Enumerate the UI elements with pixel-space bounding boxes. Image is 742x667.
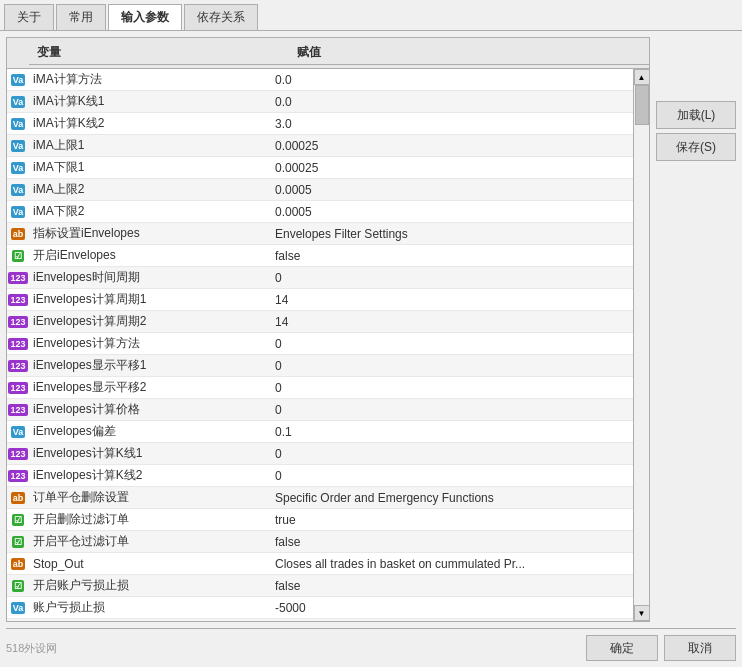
row-type-icon: Va (7, 73, 29, 87)
row-type-icon: Va (7, 601, 29, 615)
row-variable-name: iEnvelopes显示平移1 (29, 357, 267, 374)
row-type-icon: ☑ (7, 579, 29, 593)
row-variable-value: 14 (267, 293, 633, 307)
row-type-icon: ☑ (7, 249, 29, 263)
row-variable-name: iEnvelopes计算周期2 (29, 313, 267, 330)
table-header: 变量 赋值 (7, 38, 649, 69)
params-table: 变量 赋值 VaiMA计算方法0.0VaiMA计算K线10.0VaiMA计算K线… (6, 37, 650, 622)
row-variable-value: 14 (267, 315, 633, 329)
table-body: VaiMA计算方法0.0VaiMA计算K线10.0VaiMA计算K线23.0Va… (7, 69, 633, 621)
row-variable-name: iEnvelopes显示平移2 (29, 379, 267, 396)
scroll-down-arrow[interactable]: ▼ (634, 605, 650, 621)
watermark-text: 518外设网 (6, 641, 580, 656)
row-variable-value: 0.0005 (267, 183, 633, 197)
row-variable-value: 0.0005 (267, 205, 633, 219)
row-variable-name: iMA下限1 (29, 159, 267, 176)
row-type-icon: Va (7, 183, 29, 197)
row-variable-value: 0 (267, 359, 633, 373)
table-row[interactable]: VaiMA下限20.0005 (7, 201, 633, 223)
scroll-thumb[interactable] (635, 85, 649, 125)
row-type-icon: Va (7, 161, 29, 175)
table-row[interactable]: VaiMA下限10.00025 (7, 157, 633, 179)
save-button[interactable]: 保存(S) (656, 133, 736, 161)
row-type-icon: ab (7, 491, 29, 505)
table-row[interactable]: VaiMA计算K线23.0 (7, 113, 633, 135)
row-type-icon: 123 (7, 271, 29, 285)
table-row[interactable]: ☑开启删除过滤订单true (7, 509, 633, 531)
tab-deps[interactable]: 依存关系 (184, 4, 258, 30)
row-variable-name: iEnvelopes计算价格 (29, 401, 267, 418)
table-row[interactable]: abCAT!!!Closes all trades in basket when… (7, 619, 633, 621)
row-type-icon: 123 (7, 359, 29, 373)
row-variable-value: 0.00025 (267, 161, 633, 175)
table-row[interactable]: VaiMA上限20.0005 (7, 179, 633, 201)
row-type-icon: Va (7, 139, 29, 153)
row-variable-name: 开启iEnvelopes (29, 247, 267, 264)
row-variable-value: 0.00025 (267, 139, 633, 153)
table-row[interactable]: VaiMA上限10.00025 (7, 135, 633, 157)
header-var: 变量 (29, 41, 289, 65)
table-row[interactable]: 123iEnvelopes计算周期214 (7, 311, 633, 333)
tab-about[interactable]: 关于 (4, 4, 54, 30)
row-variable-name: iEnvelopes计算K线2 (29, 467, 267, 484)
row-type-icon: Va (7, 205, 29, 219)
table-row[interactable]: Va账户亏损止损-5000 (7, 597, 633, 619)
row-variable-value: 0.0 (267, 73, 633, 87)
row-type-icon: 123 (7, 469, 29, 483)
scroll-up-arrow[interactable]: ▲ (634, 69, 650, 85)
row-variable-name: 账户亏损止损 (29, 599, 267, 616)
row-variable-name: 开启删除过滤订单 (29, 511, 267, 528)
row-variable-name: iEnvelopes偏差 (29, 423, 267, 440)
row-variable-value: false (267, 579, 633, 593)
table-row[interactable]: 123iEnvelopes显示平移20 (7, 377, 633, 399)
row-variable-value: Specific Order and Emergency Functions (267, 491, 633, 505)
table-row[interactable]: 123iEnvelopes计算K线10 (7, 443, 633, 465)
row-variable-name: Stop_Out (29, 557, 267, 571)
row-variable-value: false (267, 249, 633, 263)
table-row[interactable]: ☑开启账户亏损止损false (7, 575, 633, 597)
table-row[interactable]: ab订单平仓删除设置Specific Order and Emergency F… (7, 487, 633, 509)
row-type-icon: ab (7, 227, 29, 241)
cancel-button[interactable]: 取消 (664, 635, 736, 661)
table-row[interactable]: 123iEnvelopes计算价格0 (7, 399, 633, 421)
scrollbar[interactable]: ▲ ▼ (633, 69, 649, 621)
row-variable-name: 开启平仓过滤订单 (29, 533, 267, 550)
row-variable-value: false (267, 535, 633, 549)
tab-bar: 关于 常用 输入参数 依存关系 (0, 0, 742, 31)
header-val: 赋值 (289, 41, 649, 65)
table-row[interactable]: 123iEnvelopes时间周期0 (7, 267, 633, 289)
table-row[interactable]: ab指标设置iEnvelopesEnvelopes Filter Setting… (7, 223, 633, 245)
row-variable-name: iEnvelopes计算周期1 (29, 291, 267, 308)
table-row[interactable]: 123iEnvelopes计算方法0 (7, 333, 633, 355)
row-variable-value: 0 (267, 447, 633, 461)
scroll-track (635, 85, 649, 605)
row-type-icon: ab (7, 557, 29, 571)
row-type-icon: ☑ (7, 535, 29, 549)
table-row[interactable]: ☑开启iEnvelopesfalse (7, 245, 633, 267)
load-button[interactable]: 加载(L) (656, 101, 736, 129)
tab-common[interactable]: 常用 (56, 4, 106, 30)
table-row[interactable]: 123iEnvelopes计算K线20 (7, 465, 633, 487)
row-type-icon: 123 (7, 315, 29, 329)
table-row[interactable]: abStop_OutCloses all trades in basket on… (7, 553, 633, 575)
table-row[interactable]: VaiMA计算K线10.0 (7, 91, 633, 113)
row-variable-name: 订单平仓删除设置 (29, 489, 267, 506)
row-variable-value: 3.0 (267, 117, 633, 131)
table-row[interactable]: VaiEnvelopes偏差0.1 (7, 421, 633, 443)
row-variable-value: 0.0 (267, 95, 633, 109)
row-type-icon: 123 (7, 337, 29, 351)
ok-button[interactable]: 确定 (586, 635, 658, 661)
row-type-icon: Va (7, 117, 29, 131)
row-variable-name: iMA下限2 (29, 203, 267, 220)
table-row[interactable]: 123iEnvelopes计算周期114 (7, 289, 633, 311)
row-type-icon: Va (7, 425, 29, 439)
row-variable-value: Closes all trades in basket on cummulate… (267, 557, 633, 571)
row-variable-name: iMA计算K线1 (29, 93, 267, 110)
table-row[interactable]: VaiMA计算方法0.0 (7, 69, 633, 91)
table-row[interactable]: 123iEnvelopes显示平移10 (7, 355, 633, 377)
row-type-icon: 123 (7, 381, 29, 395)
table-row[interactable]: ☑开启平仓过滤订单false (7, 531, 633, 553)
row-variable-name: iEnvelopes时间周期 (29, 269, 267, 286)
main-window: 关于 常用 输入参数 依存关系 变量 赋值 VaiMA计算方法0.0VaiMA计… (0, 0, 742, 667)
tab-input[interactable]: 输入参数 (108, 4, 182, 30)
